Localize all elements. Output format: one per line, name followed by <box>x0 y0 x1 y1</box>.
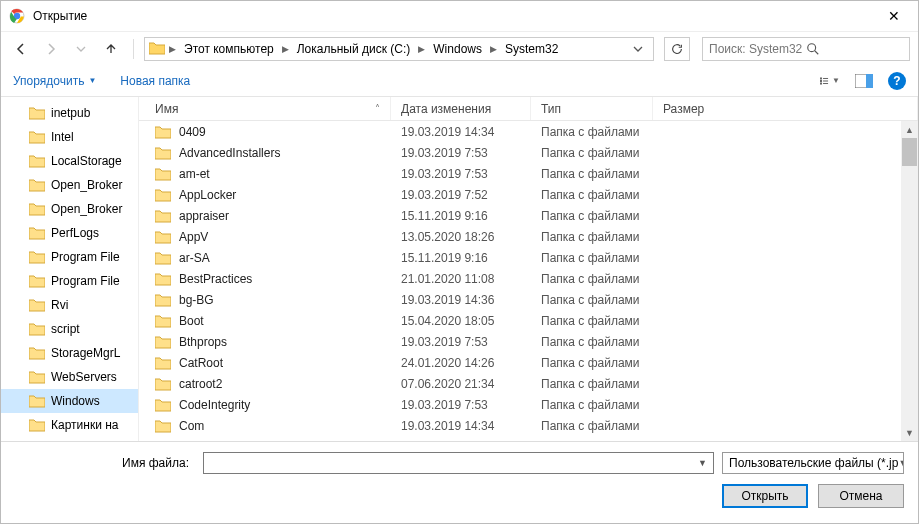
tree-item[interactable]: LocalStorage <box>1 149 138 173</box>
svg-rect-10 <box>866 74 873 88</box>
file-date: 19.03.2019 14:34 <box>391 419 531 433</box>
search-input[interactable]: Поиск: System32 <box>702 37 910 61</box>
breadcrumb-item[interactable]: Локальный диск (C:) <box>293 40 415 58</box>
folder-icon <box>155 230 171 244</box>
file-type: Папка с файлами <box>531 377 653 391</box>
breadcrumb-item[interactable]: Этот компьютер <box>180 40 278 58</box>
tree-item[interactable]: Program File <box>1 245 138 269</box>
file-date: 19.03.2019 14:36 <box>391 293 531 307</box>
tree-item[interactable]: Program File <box>1 269 138 293</box>
new-folder-button[interactable]: Новая папка <box>120 74 190 88</box>
chevron-right-icon[interactable]: ▶ <box>280 44 291 54</box>
vertical-scrollbar[interactable]: ▲ ▼ <box>901 121 918 441</box>
tree-item[interactable]: Rvi <box>1 293 138 317</box>
file-date: 19.03.2019 14:34 <box>391 125 531 139</box>
search-icon <box>806 42 903 56</box>
tree-item[interactable]: Пользовател <box>1 437 138 441</box>
chevron-right-icon[interactable]: ▶ <box>488 44 499 54</box>
tree-item[interactable]: Open_Broker <box>1 173 138 197</box>
folder-icon <box>29 106 45 120</box>
column-header-type[interactable]: Тип <box>531 97 653 120</box>
cancel-button[interactable]: Отмена <box>818 484 904 508</box>
filename-input[interactable]: ▼ <box>203 452 714 474</box>
folder-icon <box>29 226 45 240</box>
open-button[interactable]: Открыть <box>722 484 808 508</box>
breadcrumb-item[interactable]: System32 <box>501 40 562 58</box>
folder-icon <box>29 394 45 408</box>
file-type: Папка с файлами <box>531 251 653 265</box>
folder-icon <box>149 41 165 57</box>
file-type: Папка с файлами <box>531 356 653 370</box>
column-header-name[interactable]: Имя˄ <box>139 97 391 120</box>
folder-icon <box>155 146 171 160</box>
close-button[interactable]: ✕ <box>878 4 910 28</box>
breadcrumb-item[interactable]: Windows <box>429 40 486 58</box>
address-bar[interactable]: ▶ Этот компьютер ▶ Локальный диск (C:) ▶… <box>144 37 654 61</box>
scroll-thumb[interactable] <box>902 138 917 166</box>
file-row[interactable]: CodeIntegrity19.03.2019 7:53Папка с файл… <box>139 394 918 415</box>
forward-button[interactable] <box>39 37 63 61</box>
tree-item[interactable]: Intel <box>1 125 138 149</box>
tree-item[interactable]: StorageMgrL <box>1 341 138 365</box>
chevron-right-icon[interactable]: ▶ <box>167 44 178 54</box>
chevron-down-icon[interactable]: ▼ <box>692 458 713 468</box>
folder-icon <box>29 370 45 384</box>
sort-indicator: ˄ <box>375 103 380 114</box>
tree-item[interactable]: inetpub <box>1 101 138 125</box>
file-name: AppLocker <box>179 188 236 202</box>
refresh-button[interactable] <box>664 37 690 61</box>
preview-pane-button[interactable] <box>854 71 874 91</box>
file-name: CodeIntegrity <box>179 398 250 412</box>
file-row[interactable]: appraiser15.11.2019 9:16Папка с файлами <box>139 205 918 226</box>
folder-tree[interactable]: inetpubIntelLocalStorageOpen_BrokerOpen_… <box>1 97 139 441</box>
file-row[interactable]: BestPractices21.01.2020 11:08Папка с фай… <box>139 268 918 289</box>
tree-item[interactable]: WebServers <box>1 365 138 389</box>
file-name: AppV <box>179 230 208 244</box>
file-row[interactable]: AppV13.05.2020 18:26Папка с файлами <box>139 226 918 247</box>
file-row[interactable]: AppLocker19.03.2019 7:52Папка с файлами <box>139 184 918 205</box>
file-name: CatRoot <box>179 356 223 370</box>
file-row[interactable]: ar-SA15.11.2019 9:16Папка с файлами <box>139 247 918 268</box>
folder-icon <box>155 356 171 370</box>
folder-icon <box>155 167 171 181</box>
column-header-size[interactable]: Размер <box>653 97 918 120</box>
folder-icon <box>155 314 171 328</box>
chevron-down-icon: ▼ <box>898 458 904 468</box>
file-row[interactable]: bg-BG19.03.2019 14:36Папка с файлами <box>139 289 918 310</box>
tree-item[interactable]: script <box>1 317 138 341</box>
scroll-down-arrow[interactable]: ▼ <box>901 424 918 441</box>
file-row[interactable]: CatRoot24.01.2020 14:26Папка с файлами <box>139 352 918 373</box>
file-row[interactable]: 040919.03.2019 14:34Папка с файлами <box>139 121 918 142</box>
file-type-filter[interactable]: Пользовательские файлы (*.jp▼ <box>722 452 904 474</box>
column-header-date[interactable]: Дата изменения <box>391 97 531 120</box>
back-button[interactable] <box>9 37 33 61</box>
file-row[interactable]: Bthprops19.03.2019 7:53Папка с файлами <box>139 331 918 352</box>
chevron-right-icon[interactable]: ▶ <box>416 44 427 54</box>
file-row[interactable]: am-et19.03.2019 7:53Папка с файлами <box>139 163 918 184</box>
window-title: Открытие <box>33 9 878 23</box>
folder-icon <box>155 398 171 412</box>
scroll-up-arrow[interactable]: ▲ <box>901 121 918 138</box>
tree-item[interactable]: Open_Broker <box>1 197 138 221</box>
file-row[interactable]: Com19.03.2019 14:34Папка с файлами <box>139 415 918 436</box>
svg-rect-7 <box>823 80 828 81</box>
recent-dropdown[interactable] <box>69 37 93 61</box>
folder-icon <box>155 188 171 202</box>
address-dropdown[interactable] <box>627 44 649 54</box>
folder-icon <box>29 418 45 432</box>
tree-item-label: Intel <box>51 130 74 144</box>
file-row[interactable]: AdvancedInstallers19.03.2019 7:53Папка с… <box>139 142 918 163</box>
tree-item[interactable]: PerfLogs <box>1 221 138 245</box>
help-button[interactable]: ? <box>888 72 906 90</box>
up-button[interactable] <box>99 37 123 61</box>
file-date: 21.01.2020 11:08 <box>391 272 531 286</box>
tree-item[interactable]: Картинки на <box>1 413 138 437</box>
organize-button[interactable]: Упорядочить▼ <box>13 74 96 88</box>
file-date: 07.06.2020 21:34 <box>391 377 531 391</box>
file-name: Bthprops <box>179 335 227 349</box>
view-options-button[interactable]: ▼ <box>820 71 840 91</box>
tree-item[interactable]: Windows <box>1 389 138 413</box>
file-row[interactable]: catroot207.06.2020 21:34Папка с файлами <box>139 373 918 394</box>
folder-icon <box>155 293 171 307</box>
file-row[interactable]: Boot15.04.2020 18:05Папка с файлами <box>139 310 918 331</box>
